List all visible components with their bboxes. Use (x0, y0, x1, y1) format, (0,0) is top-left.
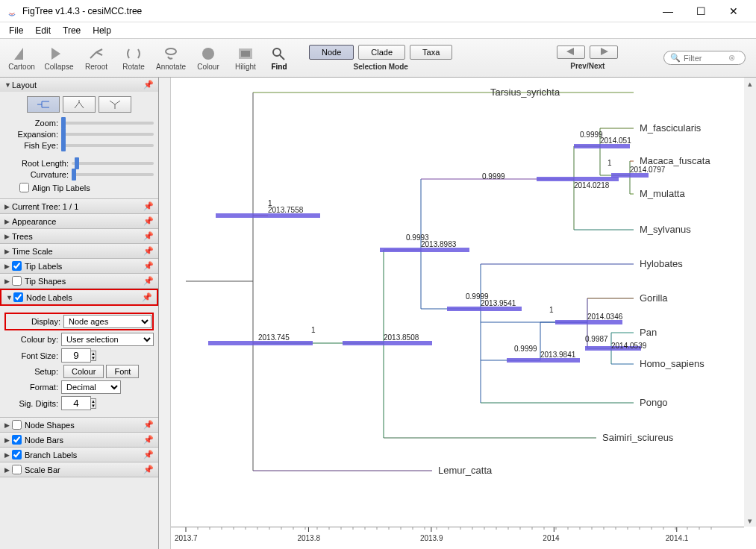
setup-label: Setup: (4, 367, 61, 376)
find-button[interactable]: Find (264, 45, 294, 71)
pin-icon[interactable]: 📌 (143, 261, 154, 271)
selection-clade-button[interactable]: Clade (358, 45, 405, 60)
setup-font-button[interactable]: Font (106, 365, 139, 378)
fontsize-spinner[interactable]: ▲▼ (90, 351, 96, 361)
node-bars-checkbox[interactable] (12, 435, 22, 445)
section-header-scale-bar[interactable]: ▶Scale Bar📌 (0, 462, 158, 477)
pin-icon[interactable]: 📌 (143, 276, 154, 286)
fontsize-input[interactable] (61, 348, 91, 363)
selection-node-button[interactable]: Node (309, 45, 354, 60)
section-header-appearance[interactable]: ▶Appearance📌 (0, 214, 158, 228)
collapse-icon (49, 45, 69, 63)
menu-help[interactable]: Help (87, 24, 117, 37)
svg-text:Lemur_catta: Lemur_catta (438, 465, 493, 476)
pin-icon[interactable]: 📌 (143, 201, 154, 211)
layout-radial-button[interactable] (99, 96, 131, 113)
section-header-node-labels[interactable]: ▼Node Labels📌 (0, 289, 158, 306)
maximize-button[interactable]: ☐ (684, 1, 717, 22)
hilight-button[interactable]: Hilight (227, 45, 264, 71)
section-header-node-shapes[interactable]: ▶Node Shapes📌 (0, 418, 158, 432)
expansion-slider[interactable] (61, 133, 154, 136)
section-header-tip-labels[interactable]: ▶Tip Labels📌 (0, 259, 158, 273)
rootlen-slider[interactable] (72, 162, 154, 165)
curvature-slider[interactable] (72, 173, 154, 176)
svg-text:Macaca_fuscata: Macaca_fuscata (640, 155, 710, 166)
section-header-trees[interactable]: ▶Trees📌 (0, 229, 158, 243)
align-tip-label: Align Tip Labels (32, 183, 90, 192)
canvas-area: Tarsius_syrichtaM_fascicularisMacaca_fus… (159, 78, 756, 549)
rotate-button[interactable]: Rotate (115, 45, 152, 71)
svg-text:0.9999: 0.9999 (514, 345, 537, 353)
svg-text:Saimiri_sciureus: Saimiri_sciureus (602, 432, 674, 443)
next-button[interactable] (590, 46, 618, 59)
section-header-time-scale[interactable]: ▶Time Scale📌 (0, 244, 158, 258)
collapse-triangle-icon: ▼ (4, 81, 12, 89)
fisheye-label: Fish Eye: (4, 141, 61, 150)
reroot-label: Reroot (85, 63, 107, 71)
collapse-triangle-icon: ▶ (4, 466, 12, 474)
align-tip-checkbox[interactable] (19, 183, 29, 192)
section-header-tip-shapes[interactable]: ▶Tip Shapes📌 (0, 274, 158, 288)
tip-shapes-checkbox[interactable] (12, 276, 22, 286)
branch-labels-checkbox[interactable] (12, 450, 22, 459)
clear-filter-icon[interactable]: ⊗ (728, 53, 735, 63)
format-select[interactable]: Decimal (61, 380, 121, 394)
left-scroll-gutter[interactable] (159, 78, 171, 549)
cartoon-button[interactable]: Cartoon (3, 45, 40, 71)
scroll-down-icon[interactable]: ▾ (744, 515, 756, 527)
selection-taxa-button[interactable]: Taxa (410, 45, 452, 60)
pin-icon[interactable]: 📌 (142, 292, 152, 302)
tree-view[interactable]: Tarsius_syrichtaM_fascicularisMacaca_fus… (171, 78, 756, 549)
menu-file[interactable]: File (3, 24, 29, 37)
svg-text:1: 1 (311, 326, 316, 334)
layout-polar-button[interactable] (63, 96, 96, 113)
sigdigits-input[interactable] (61, 396, 91, 410)
pin-icon[interactable]: 📌 (143, 435, 154, 445)
setup-colour-button[interactable]: Colour (63, 365, 104, 378)
vertical-scrollbar[interactable]: ▴ ▾ (744, 78, 756, 527)
pin-icon[interactable]: 📌 (143, 465, 154, 474)
section-header-node-bars[interactable]: ▶Node Bars📌 (0, 433, 158, 447)
fisheye-slider[interactable] (61, 144, 154, 147)
node-labels-label: Node Labels (26, 293, 142, 302)
collapse-triangle-icon: ▶ (4, 421, 12, 429)
node-labels-checkbox[interactable] (13, 292, 23, 302)
section-header-branch-labels[interactable]: ▶Branch Labels📌 (0, 448, 158, 462)
minimize-button[interactable]: — (652, 1, 684, 22)
svg-text:2013.8: 2013.8 (297, 534, 320, 542)
pin-icon[interactable]: 📌 (143, 450, 154, 459)
colour-button[interactable]: Colour (190, 45, 227, 71)
prev-button[interactable] (557, 46, 585, 59)
curvature-label: Curvature: (4, 170, 72, 179)
pin-icon[interactable]: 📌 (143, 216, 154, 226)
zoom-label: Zoom: (4, 119, 61, 128)
pin-icon[interactable]: 📌 (143, 420, 154, 430)
svg-line-5 (280, 55, 284, 60)
find-label: Find (271, 63, 287, 71)
scale-bar-checkbox[interactable] (12, 465, 22, 474)
node-shapes-checkbox[interactable] (12, 420, 22, 430)
sigdigits-spinner[interactable]: ▲▼ (90, 398, 96, 409)
layout-header[interactable]: ▼ Layout 📌 (0, 78, 158, 92)
annotate-button[interactable]: Annotate (152, 45, 190, 71)
pin-icon[interactable]: 📌 (143, 231, 154, 241)
layout-rectangular-button[interactable] (27, 96, 60, 113)
cartoon-icon (11, 45, 32, 63)
close-button[interactable]: ✕ (717, 1, 750, 22)
collapse-button[interactable]: Collapse (40, 45, 78, 71)
reroot-button[interactable]: Reroot (78, 45, 115, 71)
zoom-slider[interactable] (61, 122, 154, 125)
menu-edit[interactable]: Edit (29, 24, 57, 37)
tip-labels-checkbox[interactable] (12, 261, 22, 271)
pin-icon[interactable]: 📌 (143, 80, 154, 90)
colourby-select[interactable]: User selection (61, 333, 154, 346)
filter-box[interactable]: 🔍 ⊗ (663, 51, 746, 65)
svg-text:2013.9: 2013.9 (420, 534, 443, 542)
section-header-current-tree[interactable]: ▶Current Tree: 1 / 1📌 (0, 199, 158, 213)
display-select[interactable]: Node ages (63, 315, 151, 328)
filter-input[interactable] (684, 54, 728, 63)
time-scale-label: Time Scale (12, 247, 143, 256)
pin-icon[interactable]: 📌 (143, 246, 154, 256)
scroll-up-icon[interactable]: ▴ (744, 78, 756, 90)
menu-tree[interactable]: Tree (57, 24, 87, 37)
